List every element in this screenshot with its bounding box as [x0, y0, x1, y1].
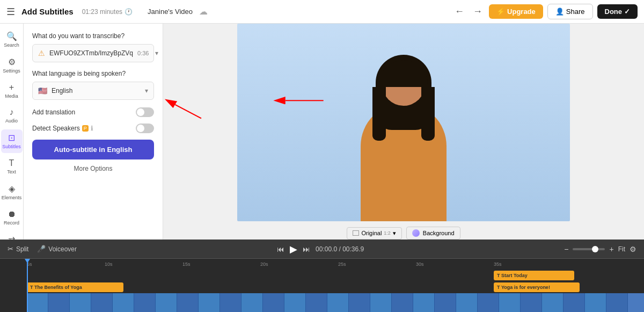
video-thumb-9 [199, 293, 220, 312]
video-thumb-5 [113, 293, 134, 312]
menu-icon[interactable]: ☰ [6, 6, 15, 18]
sidebar-item-search[interactable]: 🔍 Search [1, 28, 23, 52]
sidebar-item-elements[interactable]: ◈ Elements [1, 180, 23, 204]
transcribe-label: What do you want to transcribe? [32, 32, 154, 40]
original-button[interactable]: Original 1:2 ▾ [347, 227, 401, 240]
timeline-ruler: 5s 10s 15s 20s 25s 30s 35s [0, 259, 644, 270]
timeline-settings-button[interactable]: ⚙ [630, 245, 636, 253]
add-translation-toggle[interactable] [136, 107, 154, 117]
cloud-icon: ☁ [199, 6, 208, 17]
language-label: What language is being spoken? [32, 70, 154, 77]
video-thumb-15 [327, 293, 349, 312]
share-icon: 👤 [555, 8, 564, 16]
sidebar-item-transitions[interactable]: ⇄ Transitions [1, 231, 23, 240]
page-title: Add Subtitles [21, 7, 74, 16]
clip-label-yoga: Yoga is for everyone! [501, 285, 550, 290]
sidebar-item-label-media: Media [5, 93, 18, 99]
language-text: English [52, 87, 141, 95]
video-thumb-26 [564, 293, 585, 312]
flag-icon: 🇺🇸 [38, 86, 47, 95]
playhead [27, 259, 28, 312]
current-time: 00:00.0 / 00:36.9 [316, 245, 364, 253]
fit-button[interactable]: Fit [618, 245, 625, 253]
skip-forward-button[interactable]: ⏭ [303, 245, 310, 253]
info-icon[interactable]: ℹ [91, 125, 93, 132]
sidebar-item-audio[interactable]: ♪ Audio [1, 104, 23, 127]
play-button[interactable]: ▶ [290, 243, 297, 255]
transitions-icon: ⇄ [8, 234, 15, 240]
video-name: Janine's Video [148, 8, 193, 16]
more-options-link[interactable]: More Options [32, 165, 154, 172]
video-thumb-24 [521, 293, 542, 312]
ruler-mark-35s: 35s [494, 262, 572, 267]
playhead-triangle [25, 259, 30, 263]
auto-subtitle-button[interactable]: Auto-subtitle in English [32, 140, 154, 159]
elements-icon: ◈ [9, 184, 15, 194]
sidebar-item-subtitles[interactable]: ⊡ Subtitles [1, 129, 23, 153]
text-clips-row: T The Benefits of Yoga T Yoga is for eve… [27, 281, 644, 293]
sidebar-item-settings[interactable]: ⚙ Settings [1, 54, 23, 77]
clip-label-benefits: The Benefits of Yoga [34, 285, 82, 290]
clip-label-start: Start Today [501, 273, 528, 278]
done-button[interactable]: Done ✓ [597, 4, 638, 19]
settings-icon: ⚙ [8, 57, 16, 67]
file-duration: 0:36 [137, 50, 149, 56]
title-icon: T [497, 273, 500, 278]
zoom-slider[interactable] [573, 248, 605, 250]
video-strip[interactable] [27, 293, 644, 312]
video-thumb-14 [306, 293, 327, 312]
ruler-mark-25s: 25s [338, 262, 416, 267]
background-button[interactable]: Background [406, 227, 460, 240]
undo-button[interactable]: ← [452, 4, 466, 19]
video-thumb-19 [413, 293, 435, 312]
ruler-mark-15s: 15s [182, 262, 260, 267]
sidebar-item-text[interactable]: T Text [1, 155, 23, 178]
video-thumb-4 [91, 293, 113, 312]
video-thumb-25 [542, 293, 564, 312]
sidebar-item-media[interactable]: + Media [1, 79, 23, 103]
person-hair-right [421, 87, 435, 141]
video-thumb-10 [220, 293, 241, 312]
timeline-area: ✂ Split 🎤 Voiceover ⏮ ▶ ⏭ 00:00.0 / 00:3… [0, 240, 644, 312]
video-thumb-8 [177, 293, 199, 312]
person-head [382, 63, 425, 106]
redo-button[interactable]: → [471, 4, 485, 19]
upgrade-icon: ⚡ [496, 8, 505, 16]
clock-icon: 🕐 [125, 8, 133, 16]
yoga-everyone-clip[interactable]: T Yoga is for everyone! [494, 282, 580, 292]
sidebar-item-label-subtitles: Subtitles [2, 144, 21, 150]
zoom-out-button[interactable]: − [564, 245, 568, 253]
playback-controls: ⏮ ▶ ⏭ 00:00.0 / 00:36.9 [85, 243, 555, 255]
video-thumb-28 [606, 293, 628, 312]
person-hair-left [372, 87, 386, 141]
dropdown-icon: ▾ [393, 230, 396, 237]
subtitle-panel: What do you want to transcribe? ⚠ EWFUO9… [24, 24, 163, 240]
upgrade-button[interactable]: ⚡ Upgrade [489, 4, 543, 19]
video-thumb-12 [263, 293, 284, 312]
start-today-clip[interactable]: T Start Today [494, 271, 574, 280]
benefits-clip[interactable]: T The Benefits of Yoga [27, 282, 123, 292]
video-thumb-1 [27, 293, 48, 312]
sidebar-item-label-search: Search [4, 42, 19, 48]
text-clip-icon: T [30, 285, 33, 290]
detect-speakers-toggle[interactable] [136, 124, 154, 133]
file-icon: ⚠ [38, 49, 45, 57]
sidebar-item-record[interactable]: ⏺ Record [1, 206, 23, 229]
pro-badge: P [82, 125, 89, 132]
video-thumb-13 [284, 293, 306, 312]
video-thumb-21 [456, 293, 478, 312]
split-tool[interactable]: ✂ Split [8, 245, 28, 253]
file-selector[interactable]: ⚠ EWFUO9ZXTmb/ImzyBpZVq 0:36 ▾ [32, 44, 154, 62]
video-preview [237, 24, 570, 221]
voiceover-tool[interactable]: 🎤 Voiceover [37, 245, 77, 253]
ruler-mark-5s: 5s [27, 262, 105, 267]
ruler-mark-10s: 10s [105, 262, 182, 267]
language-selector[interactable]: 🇺🇸 English ▾ [32, 82, 154, 100]
skip-back-button[interactable]: ⏮ [277, 245, 284, 253]
share-button[interactable]: 👤 Share [547, 4, 593, 19]
video-thumb-7 [156, 293, 177, 312]
ruler-marks: 5s 10s 15s 20s 25s 30s 35s [27, 262, 644, 267]
ruler-mark-20s: 20s [260, 262, 338, 267]
zoom-in-button[interactable]: + [609, 245, 613, 253]
original-icon [353, 230, 359, 236]
